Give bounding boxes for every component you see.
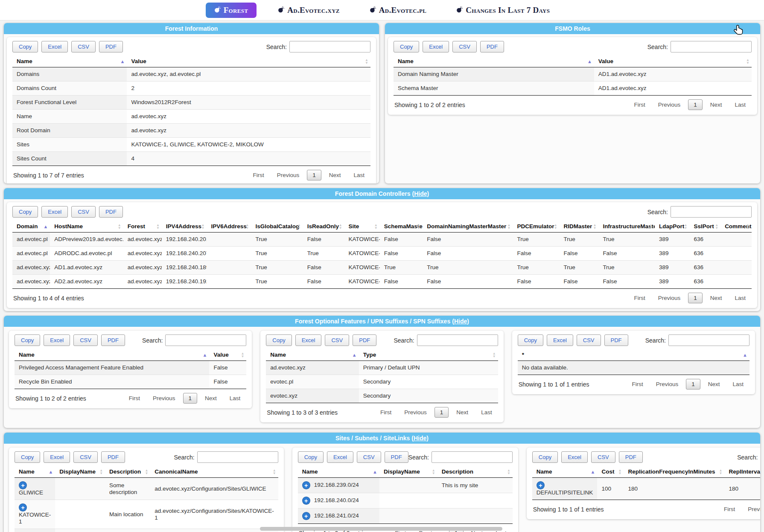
pagination-page-1[interactable]: 1 [183,393,198,404]
pagination-first[interactable]: First [375,407,397,418]
csv-button[interactable]: CSV [325,334,349,346]
column-header-cost[interactable]: Cost▲▼ [597,466,624,478]
excel-button[interactable]: Excel [561,451,588,463]
column-header-value[interactable]: Value▲▼ [594,55,752,67]
search-input[interactable] [432,451,513,463]
pdf-button[interactable]: PDF [480,41,504,52]
column-header-schemamaster[interactable]: SchemaMaster▲▼ [380,221,423,233]
search-input[interactable] [671,41,752,52]
search-input[interactable] [197,451,278,463]
excel-button[interactable]: Excel [547,334,573,346]
pagination-next[interactable]: Next [705,99,727,110]
pagination-previous[interactable]: Previous [653,99,686,110]
csv-button[interactable]: CSV [73,451,98,463]
column-header-infrastructuremaster[interactable]: InfrastructureMaster▲▼ [598,221,655,233]
excel-button[interactable]: Excel [41,41,68,52]
column-header-forest[interactable]: Forest▲▼ [123,221,162,233]
pagination-page-1[interactable]: 1 [307,170,321,180]
column-header-name[interactable]: Name▲ [12,55,127,67]
column-header-value[interactable]: Value▲▼ [209,349,246,361]
copy-button[interactable]: Copy [394,41,419,52]
pagination-next[interactable]: Next [324,170,346,180]
column-header-replinterval[interactable]: ReplInterval▲▼ [724,466,760,478]
column-header-comment[interactable]: Comment▲▼ [720,221,752,233]
pagination-next[interactable]: Next [703,379,725,390]
csv-button[interactable]: CSV [71,206,96,218]
column-header-name[interactable]: Name▲ [15,466,55,478]
column-header-isreadonly[interactable]: IsReadOnly▲▼ [303,221,344,233]
search-input[interactable] [417,334,498,346]
copy-button[interactable]: Copy [266,334,292,346]
pagination-page-1[interactable]: 1 [688,293,703,303]
tab-forest[interactable]: Forest [206,3,257,18]
column-header-name[interactable]: Name▲ [266,349,359,361]
column-header-ridmaster[interactable]: RIDMaster▲▼ [560,221,599,233]
column-header-ldapport[interactable]: LdapPort▲▼ [655,221,689,233]
tab-ad-evotec-pl[interactable]: Ad.Evotec.pl [361,3,435,18]
pagination-next[interactable]: Next [200,393,222,404]
excel-button[interactable]: Excel [327,451,353,463]
pagination-next[interactable]: Next [705,293,727,303]
pagination-last[interactable]: Last [729,293,751,303]
column-header-replicationfrequencyinminutes[interactable]: ReplicationFrequencyInMinutes▲▼ [624,466,724,478]
column-header-name[interactable]: Name▲ [298,466,379,478]
search-input[interactable] [165,334,246,346]
pdf-button[interactable]: PDF [604,334,628,346]
copy-button[interactable]: Copy [15,451,40,463]
pagination-previous[interactable]: Previous [399,407,432,418]
pagination-last[interactable]: Last [225,393,246,404]
pdf-button[interactable]: PDF [99,41,123,52]
column-header-displayname[interactable]: DisplayName▲▼ [379,466,437,478]
column-header-canonicalname[interactable]: CanonicalName▲▼ [150,466,278,478]
pagination-first[interactable]: First [629,99,650,110]
tab-ad-evotec-xyz[interactable]: Ad.Evotec.xyz [269,3,348,18]
excel-button[interactable]: Excel [41,206,68,218]
copy-button[interactable]: Copy [298,451,324,463]
excel-button[interactable]: Excel [423,41,449,52]
column-header-name[interactable]: Name▲ [532,466,598,478]
pagination-previous[interactable]: Previous [651,379,684,390]
pagination-next[interactable]: Next [451,407,473,418]
column-header-sslport[interactable]: SslPort▲▼ [689,221,720,233]
column-header-isglobalcatalog[interactable]: IsGlobalCatalog▲▼ [251,221,303,233]
search-input[interactable] [671,206,752,218]
pdf-button[interactable]: PDF [353,334,376,346]
csv-button[interactable]: CSV [71,41,96,52]
column-header-description[interactable]: Description▲▼ [437,466,513,478]
pagination-last[interactable]: Last [729,99,751,110]
csv-button[interactable]: CSV [357,451,381,463]
excel-button[interactable]: Excel [44,334,70,346]
copy-button[interactable]: Copy [518,334,543,346]
column-header-ipv6address[interactable]: IPV6Address▲▼ [207,221,251,233]
pagination-first[interactable]: First [627,379,648,390]
pagination-last[interactable]: Last [727,379,749,390]
column-header-domainnamingmastermaster[interactable]: DomainNamingMasterMaster▲▼ [423,221,513,233]
column-header-domain[interactable]: Domain▲ [12,221,50,233]
csv-button[interactable]: CSV [577,334,601,346]
column-header-pdcemulator[interactable]: PDCEmulator▲▼ [513,221,559,233]
column-header-description[interactable]: Description▲▼ [105,466,150,478]
tab-changes-last-7-days[interactable]: Changes In Last 7 Days [448,3,558,18]
pagination-previous[interactable]: Previous [653,293,686,303]
hide-link[interactable]: Hide [414,190,427,197]
expand-row-button[interactable]: + [537,481,545,489]
expand-row-button[interactable]: + [19,503,27,512]
pdf-button[interactable]: PDF [619,451,643,463]
search-input[interactable] [668,334,749,346]
pagination-first[interactable]: First [629,293,650,303]
excel-button[interactable]: Excel [44,451,70,463]
pdf-button[interactable]: PDF [101,451,125,463]
pagination-page-1[interactable]: 1 [688,99,703,110]
pagination-page-1[interactable]: 1 [686,379,700,390]
pagination-previous[interactable]: Previous [148,393,181,404]
pdf-button[interactable]: PDF [101,334,125,346]
expand-row-button[interactable]: + [302,497,310,505]
csv-button[interactable]: CSV [591,451,615,463]
pagination-page-1[interactable]: 1 [434,407,449,418]
copy-button[interactable]: Copy [532,451,558,463]
expand-row-button[interactable]: + [19,481,27,489]
copy-button[interactable]: Copy [12,41,38,52]
pagination-previous[interactable]: Previous [272,170,305,180]
column-header-all[interactable]: *▲ [518,349,749,361]
copy-button[interactable]: Copy [15,334,40,346]
